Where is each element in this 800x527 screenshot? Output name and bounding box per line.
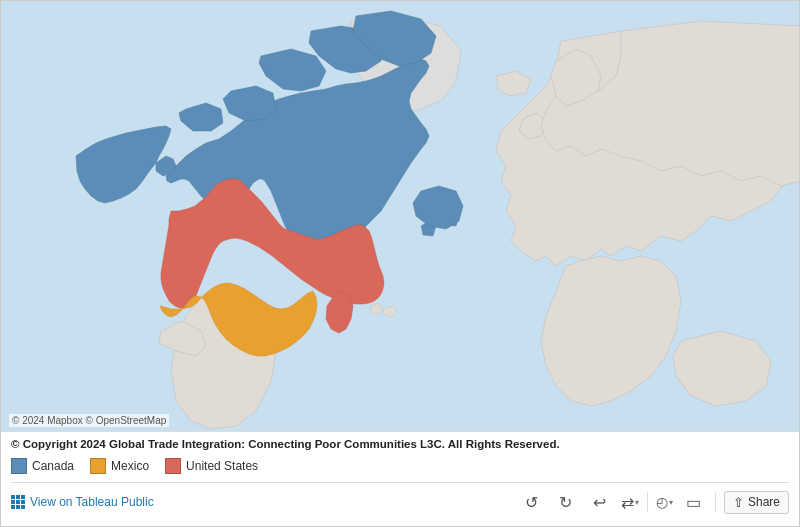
legend-item-mexico: Mexico bbox=[90, 458, 149, 474]
legend-swatch-mexico bbox=[90, 458, 106, 474]
share-label: Share bbox=[748, 495, 780, 509]
share-button[interactable]: ⇧ Share bbox=[724, 491, 789, 514]
legend-swatch-canada bbox=[11, 458, 27, 474]
toolbar-divider bbox=[647, 492, 648, 512]
map-container: © 2024 Mapbox © OpenStreetMap bbox=[1, 1, 800, 431]
footer: © Copyright 2024 Global Trade Integratio… bbox=[1, 431, 799, 527]
toolbar-right: ↺ ↻ ↩ ⇄ ▾ ◴ ▾ ▭ ⇧ Share bbox=[519, 489, 789, 515]
legend-label-canada: Canada bbox=[32, 459, 74, 473]
legend-item-canada: Canada bbox=[11, 458, 74, 474]
export-button-group[interactable]: ⇄ ▾ bbox=[621, 493, 639, 512]
alert-arrow-icon: ▾ bbox=[669, 498, 673, 507]
legend: Canada Mexico United States bbox=[11, 458, 789, 474]
toolbar: View on Tableau Public ↺ ↻ ↩ ⇄ ▾ ◴ ▾ ▭ ⇧… bbox=[11, 482, 789, 515]
tableau-link-label: View on Tableau Public bbox=[30, 495, 154, 509]
tableau-public-link[interactable]: View on Tableau Public bbox=[11, 495, 154, 509]
legend-item-united-states: United States bbox=[165, 458, 258, 474]
revert-button[interactable]: ↩ bbox=[587, 489, 613, 515]
toolbar-divider-2 bbox=[715, 492, 716, 512]
alert-icon: ◴ bbox=[656, 494, 668, 510]
redo-button[interactable]: ↻ bbox=[553, 489, 579, 515]
legend-label-united-states: United States bbox=[186, 459, 258, 473]
legend-label-mexico: Mexico bbox=[111, 459, 149, 473]
export-icon: ⇄ bbox=[621, 493, 634, 512]
export-arrow-icon: ▾ bbox=[635, 498, 639, 507]
undo-button[interactable]: ↺ bbox=[519, 489, 545, 515]
legend-swatch-united-states bbox=[165, 458, 181, 474]
copyright-text: © Copyright 2024 Global Trade Integratio… bbox=[11, 438, 789, 450]
share-icon: ⇧ bbox=[733, 495, 744, 510]
tableau-grid-icon bbox=[11, 495, 25, 509]
map-attribution: © 2024 Mapbox © OpenStreetMap bbox=[9, 414, 169, 427]
alert-button-group[interactable]: ◴ ▾ bbox=[656, 494, 673, 510]
fullscreen-button[interactable]: ▭ bbox=[681, 489, 707, 515]
